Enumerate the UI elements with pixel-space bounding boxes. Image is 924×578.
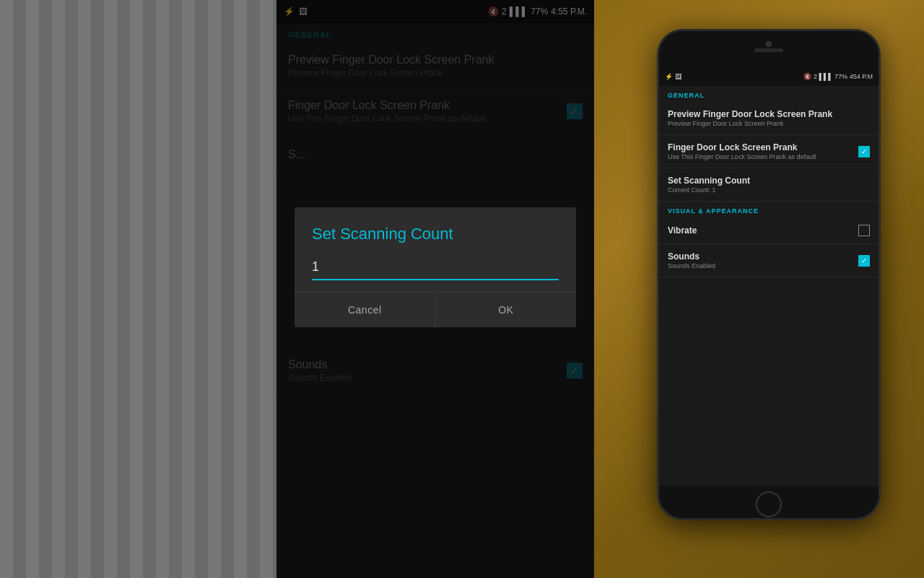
scanning-count-input[interactable] xyxy=(312,255,559,280)
dialog-overlay: Set Scanning Count Cancel OK xyxy=(276,0,594,578)
phone-finger-lock-subtitle: Use This Finger Door Lock Screen Prank a… xyxy=(668,153,816,160)
phone-scanning-item[interactable]: Set Scanning Count Current Count: 1 xyxy=(659,168,879,202)
phone-sounds-subtitle: Sounds Enabled xyxy=(668,262,715,269)
phone-sounds-checkbox[interactable]: ✓ xyxy=(858,255,870,267)
phone-scanning-text: Set Scanning Count Current Count: 1 xyxy=(668,176,750,194)
phone-status-bar: ⚡ 🖼 🔇 2 ▌▌▌ 77% 454 P.M xyxy=(659,67,879,86)
phone-preview-text: Preview Finger Door Lock Screen Prank Pr… xyxy=(668,109,832,127)
phone-status-right: 🔇 2 ▌▌▌ 77% 454 P.M xyxy=(803,73,873,80)
phone-scanning-subtitle: Current Count: 1 xyxy=(668,186,750,194)
phone-finger-lock-text: Finger Door Lock Screen Prank Use This F… xyxy=(668,142,816,160)
dialog-title: Set Scanning Count xyxy=(295,207,576,255)
phone-finger-lock-item[interactable]: Finger Door Lock Screen Prank Use This F… xyxy=(659,135,879,168)
phone-mute-icon: 🔇 xyxy=(803,73,811,80)
phone-time: 454 P.M xyxy=(850,73,873,80)
phone-sounds-item[interactable]: Sounds Sounds Enabled ✓ xyxy=(659,244,879,277)
phone-device: ⚡ 🖼 🔇 2 ▌▌▌ 77% 454 P.M GENERAL Preview … xyxy=(657,29,881,520)
phone-home-button[interactable] xyxy=(756,491,782,517)
phone-preview-item[interactable]: Preview Finger Door Lock Screen Prank Pr… xyxy=(659,102,879,135)
phone-finger-lock-title: Finger Door Lock Screen Prank xyxy=(668,142,816,152)
phone-vibrate-text: Vibrate xyxy=(668,225,697,236)
phone-vibrate-title: Vibrate xyxy=(668,225,697,236)
dialog-cancel-button[interactable]: Cancel xyxy=(295,293,436,327)
phone-network: 2 xyxy=(814,73,817,80)
phone-preview-subtitle: Preview Finger Door Lock Screen Prank xyxy=(668,120,832,127)
phone-camera xyxy=(766,41,772,47)
phone-vibrate-checkbox[interactable] xyxy=(858,225,870,236)
phone-preview-title: Preview Finger Door Lock Screen Prank xyxy=(668,109,832,119)
phone-status-left: ⚡ 🖼 xyxy=(665,73,681,80)
dialog-ok-button[interactable]: OK xyxy=(436,293,577,327)
phone-signal: ▌▌▌ xyxy=(819,73,832,80)
phone-general-header: GENERAL xyxy=(659,86,879,102)
phone-vibrate-item[interactable]: Vibrate xyxy=(659,217,879,244)
phone-battery: 77% xyxy=(834,73,847,80)
phone-sounds-title: Sounds xyxy=(668,251,715,262)
phone-finger-lock-checkbox[interactable]: ✓ xyxy=(858,146,870,158)
scanning-count-dialog: Set Scanning Count Cancel OK xyxy=(295,207,576,327)
phone-top-bar xyxy=(659,31,879,67)
phone-scanning-title: Set Scanning Count xyxy=(668,176,750,186)
phone-bottom-bar xyxy=(659,486,879,520)
phone-screen: ⚡ 🖼 🔇 2 ▌▌▌ 77% 454 P.M GENERAL Preview … xyxy=(659,67,879,486)
phone-speaker xyxy=(754,48,783,52)
dialog-input-area xyxy=(295,255,576,292)
phone-sounds-text: Sounds Sounds Enabled xyxy=(668,251,715,269)
phone-visual-header: VISUAL & APPEARANCE xyxy=(659,202,879,217)
dialog-buttons: Cancel OK xyxy=(295,292,576,327)
